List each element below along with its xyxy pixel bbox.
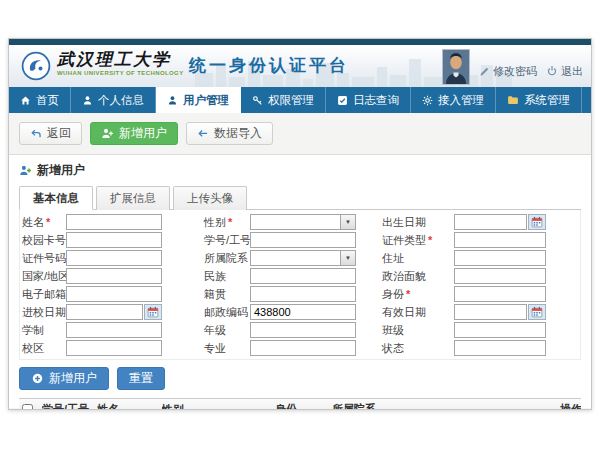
nav-item-system-management[interactable]: 系统管理 [496,87,582,113]
add-user-icon [19,164,32,177]
reset-button[interactable]: 重置 [117,367,165,390]
major-input[interactable] [250,340,356,356]
address-field [454,250,546,266]
name-input[interactable] [66,214,162,230]
campus-input[interactable] [66,340,162,356]
department-select[interactable]: ▼ [250,250,356,266]
tab-extended-info[interactable]: 扩展信息 [96,186,170,210]
select-all-cell [19,404,42,411]
nav-item-log-query[interactable]: 日志查询 [326,87,411,113]
identity-input[interactable] [454,286,546,302]
education-length-field [66,322,162,338]
identity-field [454,286,546,302]
entry-date-calendar-button[interactable] [144,304,162,320]
form-row: 国家/地区民族政治面貌 [22,267,578,285]
student-id-input[interactable] [250,232,356,248]
nav-item-label: 日志查询 [353,93,399,108]
col-header-department: 所属院系 [332,402,560,411]
nav-item-user-management[interactable]: 用户管理 [156,87,241,113]
table-header-row: 学号/工号姓名性别身份所属院系操作 [19,398,581,410]
toolbar: 返回 新增用户 数据导入 [9,113,591,155]
gender-label: 性别* [162,215,250,230]
tab-upload-avatar[interactable]: 上传头像 [173,186,247,210]
nav-item-access-management[interactable]: 接入管理 [411,87,496,113]
name-label: 姓名* [22,215,66,230]
education-length-input[interactable] [66,322,162,338]
form-row: 证件号码*所属院系▼住址 [22,249,578,267]
address-label: 住址 [356,251,454,266]
platform-title: 统一身份认证平台 [189,54,349,77]
country-region-field [66,268,162,284]
col-header-name: 姓名 [97,402,162,411]
form-actions: 新增用户 重置 [19,360,581,396]
class-input[interactable] [454,322,546,338]
gear-icon [422,95,433,106]
birth-date-field [454,214,546,230]
form-row: 电子邮箱籍贯身份* [22,285,578,303]
data-import-label: 数据导入 [214,125,262,142]
country-region-input[interactable] [66,268,162,284]
political-status-input[interactable] [454,268,546,284]
required-asterisk: * [46,216,50,228]
form-row: 姓名*性别*▼出生日期 [22,213,578,231]
submit-add-user-button[interactable]: 新增用户 [19,367,109,390]
nav-item-home[interactable]: 首页 [9,87,71,113]
logout-label: 退出 [561,64,583,79]
form-row: 校园卡号学号/工号*证件类型* [22,231,578,249]
status-input[interactable] [454,340,546,356]
home-icon [20,95,31,106]
tab-bar: 基本信息扩展信息上传头像 [19,185,581,210]
ethnicity-input[interactable] [250,268,356,284]
reset-label: 重置 [129,370,153,387]
class-field [454,322,546,338]
nav-item-label: 接入管理 [438,93,484,108]
nav-item-subscription-management[interactable]: 订阅管理 [582,87,592,113]
grade-input[interactable] [250,322,356,338]
nav-item-personal-info[interactable]: 个人信息 [71,87,156,113]
postal-code-input[interactable] [250,304,356,320]
nav-item-permission-management[interactable]: 权限管理 [241,87,326,113]
circle-plus-icon [31,372,44,385]
id-number-label: 证件号码* [22,251,66,266]
birth-date-input[interactable] [454,214,527,230]
email-input[interactable] [66,286,162,302]
postal-code-label: 邮政编码 [162,305,250,320]
section-title: 新增用户 [37,162,85,179]
entry-date-label: 进校日期 [22,305,66,320]
data-import-button[interactable]: 数据导入 [186,122,273,145]
campus-label: 校区 [22,341,66,356]
university-name-en: WUHAN UNIVERSITY OF TECHNOLOGY [57,70,184,76]
tab-basic-info[interactable]: 基本信息 [19,186,93,210]
change-password-link[interactable]: 修改密码 [479,64,537,79]
power-icon [546,65,558,77]
native-place-input[interactable] [250,286,356,302]
logout-link[interactable]: 退出 [546,64,583,79]
back-button[interactable]: 返回 [19,122,82,145]
form-row: 校区专业状态 [22,339,578,357]
content-area: 返回 新增用户 数据导入 [9,113,591,409]
campus-card-number-input[interactable] [66,232,162,248]
address-input[interactable] [454,250,546,266]
birth-date-calendar-button[interactable] [528,214,546,230]
gender-field: ▼ [250,214,356,230]
gender-select[interactable]: ▼ [250,214,356,230]
pencil-icon [479,66,490,77]
campus-card-number-field [66,232,162,248]
id-type-input[interactable] [454,232,546,248]
add-user-toolbar-label: 新增用户 [119,125,167,142]
required-asterisk: * [428,234,432,246]
entry-date-input[interactable] [66,304,143,320]
add-user-panel: 新增用户 基本信息扩展信息上传头像 姓名*性别*▼出生日期校园卡号学号/工号*证… [9,155,591,408]
user-table: 学号/工号姓名性别身份所属院系操作 [19,398,581,410]
valid-date-input[interactable] [454,304,527,320]
user-icon [167,95,178,106]
col-header-identity: 身份 [275,402,332,411]
undo-arrow-icon [30,128,42,140]
id-number-input[interactable] [66,250,162,266]
add-user-toolbar-button[interactable]: 新增用户 [90,122,178,145]
email-label: 电子邮箱 [22,287,66,302]
select-all-checkbox[interactable] [22,404,33,411]
screenshot-canvas: 武汉理工大学 WUHAN UNIVERSITY OF TECHNOLOGY 统一… [0,0,600,450]
user-avatar[interactable] [442,49,470,85]
valid-date-calendar-button[interactable] [528,304,546,320]
